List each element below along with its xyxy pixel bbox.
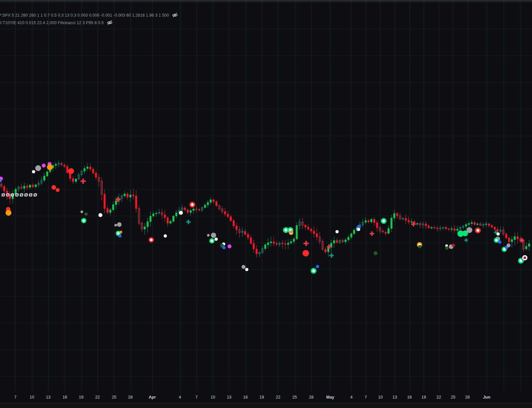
time-axis-label[interactable]: 7 <box>196 395 198 400</box>
candle-body <box>273 242 275 243</box>
candle-body <box>124 194 126 196</box>
signal-dot <box>84 212 88 216</box>
candle-body <box>494 227 495 229</box>
candle-body <box>374 219 375 223</box>
candle-body <box>193 209 194 211</box>
time-axis-label[interactable]: 19 <box>79 395 83 400</box>
signal-dot <box>418 245 421 248</box>
time-axis-label[interactable]: 22 <box>436 395 441 400</box>
time-axis-label[interactable]: May <box>326 395 334 400</box>
legend-t10yie-text: D:T10YIE 410 0.015 22.4 2,000 Fibonacci … <box>0 21 104 25</box>
signal-dot <box>496 232 500 236</box>
candle-body <box>110 210 111 212</box>
signal-cross <box>466 238 466 242</box>
signal-dot <box>47 164 53 170</box>
time-axis-label[interactable]: 13 <box>227 395 231 400</box>
signal-dot <box>120 231 122 233</box>
candle-body <box>187 210 189 212</box>
signal-dot <box>374 251 377 255</box>
time-axis-label[interactable]: 22 <box>95 395 100 400</box>
signal-dot <box>245 268 248 271</box>
signal-dot <box>35 165 41 171</box>
candle-body <box>474 223 476 225</box>
null-slash-marker: Ø <box>10 192 14 197</box>
signal-ring-center <box>82 219 85 222</box>
legend-row-t10yie[interactable]: D:T10YIE 410 0.015 22.4 2,000 Fibonacci … <box>0 20 113 26</box>
time-axis-label[interactable]: 7 <box>14 395 17 400</box>
signal-dot <box>81 211 83 213</box>
time-axis-label[interactable]: 19 <box>421 395 426 400</box>
candle-wick <box>463 225 463 229</box>
candle-body <box>325 249 326 252</box>
time-axis-label[interactable]: 16 <box>243 395 248 400</box>
candle-body <box>170 221 171 223</box>
signal-dot <box>290 231 292 233</box>
time-axis-label[interactable]: 28 <box>128 395 133 400</box>
candle-body <box>256 249 258 254</box>
candle-body <box>304 225 306 227</box>
candle-body <box>485 224 487 225</box>
time-axis-label[interactable]: 13 <box>392 395 397 400</box>
candle-body <box>153 214 154 216</box>
time-axis-label[interactable]: 10 <box>211 395 215 400</box>
time-axis-label[interactable]: 19 <box>259 395 264 400</box>
time-axis-label[interactable]: Jun <box>483 395 490 400</box>
candle-body <box>293 239 295 241</box>
candle-wick <box>38 180 39 187</box>
chart-canvas[interactable]: 710131619222528Apr4710131619222528May471… <box>0 0 532 408</box>
time-axis-label[interactable]: 28 <box>309 395 314 400</box>
candle-body <box>425 224 427 226</box>
candle-wick <box>285 240 286 250</box>
signal-cross <box>413 222 414 226</box>
time-axis-label[interactable]: 22 <box>276 395 280 400</box>
candle-body <box>150 216 151 222</box>
signal-cross <box>495 230 496 234</box>
candle-body <box>210 200 212 202</box>
candle-body <box>44 176 45 180</box>
time-axis-label[interactable]: 16 <box>407 395 412 400</box>
candle-wick <box>239 226 240 238</box>
time-axis[interactable] <box>0 403 532 408</box>
time-axis-label[interactable]: 13 <box>46 395 51 400</box>
candle-wick <box>460 226 461 230</box>
legend-row-spx[interactable]: P:SPX 5 21 260 260 1 1 0.7 0.5 0.3 13 0.… <box>0 12 178 18</box>
candle-body <box>92 169 94 173</box>
time-axis-label[interactable]: 16 <box>63 395 67 400</box>
candle-body <box>457 229 458 230</box>
time-axis-label[interactable]: Apr <box>149 395 156 400</box>
time-axis-label[interactable]: 4 <box>350 395 353 400</box>
time-axis-label[interactable]: 10 <box>378 395 383 400</box>
candle-body <box>66 167 68 173</box>
time-axis-label[interactable]: 7 <box>365 395 367 400</box>
time-axis-label[interactable]: 28 <box>465 395 470 400</box>
candle-body <box>190 211 191 212</box>
candle-wick <box>122 194 122 202</box>
eye-slash-icon[interactable] <box>172 12 178 18</box>
eye-slash-icon[interactable] <box>107 20 113 26</box>
null-slash-marker: Ø <box>6 192 10 197</box>
candle-body <box>350 234 352 237</box>
candle-body <box>368 221 369 222</box>
time-axis-label[interactable]: 10 <box>30 395 34 400</box>
candle-wick <box>319 232 320 244</box>
null-slash-marker: Ø <box>20 192 23 197</box>
signal-dot <box>524 256 526 259</box>
signal-ring-center <box>117 232 120 235</box>
legend-spx-text: P:SPX 5 21 260 260 1 1 0.7 0.5 0.3 13 0.… <box>0 13 169 18</box>
signal-cross <box>82 179 84 184</box>
candle-body <box>276 243 277 244</box>
signal-dot <box>207 234 210 237</box>
null-slash-marker: Ø <box>1 192 5 197</box>
time-axis-label[interactable]: 25 <box>451 395 455 400</box>
candle-body <box>454 229 455 230</box>
candle-body <box>445 227 447 229</box>
time-axis-label[interactable]: 25 <box>112 395 116 400</box>
candle-body <box>376 223 378 228</box>
time-axis-label[interactable]: 4 <box>179 395 181 400</box>
signal-dot <box>303 250 309 256</box>
time-axis-label[interactable]: 25 <box>292 395 297 400</box>
signal-cross <box>371 231 373 236</box>
candle-body <box>3 186 5 191</box>
candle-body <box>313 231 315 234</box>
signal-dot <box>6 210 11 216</box>
